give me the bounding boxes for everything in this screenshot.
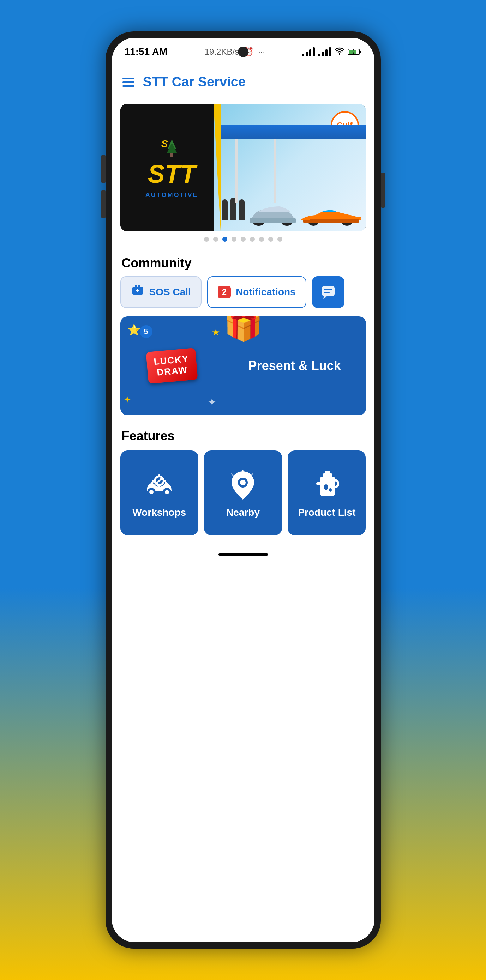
phone-screen: 11:51 AM 19.2KB/s ⏰ ··· xyxy=(112,38,374,942)
svg-line-38 xyxy=(251,474,253,476)
present-title: Present & Luck xyxy=(249,358,341,373)
svg-rect-3 xyxy=(359,51,361,53)
banner-left: S STT AUTOMOTIVE xyxy=(120,104,223,231)
person-3 xyxy=(239,199,245,221)
svg-point-36 xyxy=(240,480,245,485)
canopy xyxy=(217,125,366,139)
chat-icon xyxy=(321,285,335,299)
dot-9[interactable] xyxy=(277,237,282,242)
svg-rect-32 xyxy=(164,480,166,482)
status-right xyxy=(302,46,362,57)
volume-up-button xyxy=(101,155,105,183)
star-decoration-1: ⭐ xyxy=(127,323,140,336)
svg-rect-29 xyxy=(158,474,160,477)
banner-section: S STT AUTOMOTIVE xyxy=(112,97,374,253)
dot-1[interactable] xyxy=(204,237,209,242)
stt-logo: S STT AUTOMOTIVE xyxy=(145,137,198,199)
svg-rect-10 xyxy=(250,218,296,223)
status-center: 19.2KB/s ⏰ ··· xyxy=(205,47,265,57)
features-title: Features xyxy=(112,426,374,450)
signal-bar xyxy=(318,54,320,56)
svg-rect-13 xyxy=(303,219,359,223)
stt-tree-icon: S xyxy=(158,137,186,158)
signal-bar xyxy=(322,51,324,56)
svg-rect-18 xyxy=(135,285,137,288)
banner-carousel[interactable]: S STT AUTOMOTIVE xyxy=(120,104,366,231)
network-speed: 19.2KB/s xyxy=(205,47,239,57)
svg-rect-42 xyxy=(325,471,330,474)
dot-8[interactable] xyxy=(268,237,273,242)
svg-rect-22 xyxy=(324,292,330,293)
workshops-card[interactable]: Workshops xyxy=(120,450,198,535)
star-decoration-3: ★ xyxy=(212,327,220,338)
present-luck-section[interactable]: 🎁 ⭐ ✦ ★ 5 LUCKY DRAW ✦ xyxy=(120,317,366,415)
dot-6[interactable] xyxy=(250,237,255,242)
car-orange-icon xyxy=(301,206,361,226)
oil-can-icon xyxy=(313,469,341,501)
svg-point-34 xyxy=(155,482,158,484)
lucky-draw-badge: LUCKY DRAW xyxy=(146,348,198,384)
banner-divider xyxy=(214,104,221,231)
signal-bar xyxy=(313,47,315,56)
svg-rect-15 xyxy=(352,217,361,219)
svg-rect-7 xyxy=(170,153,173,157)
svg-rect-31 xyxy=(152,480,155,482)
community-section: Community + SOS Call xyxy=(112,253,374,317)
workshop-icon xyxy=(142,469,177,501)
notification-badge: 2 xyxy=(218,286,231,298)
dot-3-active[interactable] xyxy=(222,237,227,242)
svg-line-39 xyxy=(231,474,233,476)
svg-rect-43 xyxy=(316,482,322,485)
signal-bar xyxy=(329,47,331,56)
dot-7[interactable] xyxy=(259,237,264,242)
dot-5[interactable] xyxy=(241,237,245,242)
product-list-label: Product List xyxy=(298,507,355,518)
sos-label: SOS Call xyxy=(149,286,191,298)
notifications-label: Notifications xyxy=(236,286,296,298)
volume-down-button xyxy=(101,190,105,218)
notifications-button[interactable]: 2 Notifications xyxy=(207,276,306,308)
svg-rect-19 xyxy=(138,285,140,288)
svg-text:S: S xyxy=(161,138,168,149)
lucky-draw-area: ⭐ ✦ ★ 5 LUCKY DRAW ✦ xyxy=(120,317,223,415)
phone-device: 11:51 AM 19.2KB/s ⏰ ··· xyxy=(105,32,381,948)
nearby-label: Nearby xyxy=(226,507,260,518)
chat-button[interactable] xyxy=(312,276,344,308)
wifi-icon xyxy=(335,46,344,57)
dots-icon: ··· xyxy=(258,47,265,57)
features-section: Features xyxy=(112,426,374,549)
present-text-area: Present & Luck xyxy=(223,358,366,373)
bottom-bar xyxy=(112,549,374,560)
svg-rect-14 xyxy=(301,219,310,221)
sos-call-button[interactable]: + SOS Call xyxy=(120,276,202,308)
svg-point-26 xyxy=(165,490,169,494)
app-content: STT Car Service S xyxy=(112,66,374,942)
product-list-card[interactable]: Product List xyxy=(288,450,366,535)
svg-rect-30 xyxy=(158,485,160,487)
sos-icon: + xyxy=(131,284,144,300)
person-1 xyxy=(222,199,228,221)
star-decoration-2: ✦ xyxy=(124,395,131,405)
front-camera xyxy=(238,46,249,57)
workshops-label: Workshops xyxy=(132,507,186,518)
dot-2[interactable] xyxy=(213,237,218,242)
cars-display xyxy=(218,197,361,231)
signal-bar xyxy=(309,49,311,56)
app-title: STT Car Service xyxy=(143,75,245,90)
status-time: 11:51 AM xyxy=(124,46,168,57)
svg-point-24 xyxy=(149,490,153,494)
nearby-card[interactable]: Nearby xyxy=(204,450,282,535)
battery-icon xyxy=(348,48,362,56)
signal-bars-1 xyxy=(302,47,315,56)
power-button xyxy=(381,172,385,208)
dot-4[interactable] xyxy=(231,237,236,242)
app-header: STT Car Service xyxy=(112,66,374,97)
signal-bars-2 xyxy=(318,47,331,56)
home-indicator xyxy=(218,554,268,555)
number-badge: 5 xyxy=(140,325,153,338)
location-icon xyxy=(229,469,257,501)
community-buttons-row: + SOS Call 2 Notifications xyxy=(112,276,374,317)
svg-point-0 xyxy=(339,54,340,55)
svg-rect-21 xyxy=(324,289,333,290)
menu-button[interactable] xyxy=(123,78,134,87)
